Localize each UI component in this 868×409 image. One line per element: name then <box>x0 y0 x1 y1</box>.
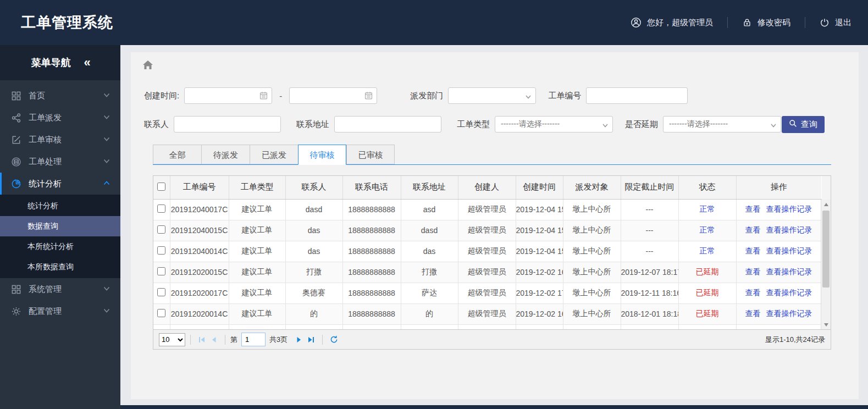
row-checkbox[interactable] <box>157 246 165 255</box>
view-log-link[interactable]: 查看操作记录 <box>766 204 812 213</box>
submenu-item-3[interactable]: 本所数据查询 <box>0 257 120 277</box>
submenu-item-1[interactable]: 数据查询 <box>0 216 120 236</box>
current-page-input[interactable] <box>241 333 266 346</box>
cell-creator: 超级管理员 <box>458 199 516 220</box>
view-link[interactable]: 查看 <box>745 309 761 318</box>
calendar-icon[interactable] <box>259 91 268 102</box>
pie-icon <box>11 179 21 189</box>
row-checkbox[interactable] <box>157 309 165 317</box>
sidebar-item-0[interactable]: 首页 <box>0 85 120 107</box>
table-row: 201912040017C建议工单dasd18888888888asd超级管理员… <box>153 199 821 220</box>
pager-divider <box>190 335 191 345</box>
page-size-select[interactable]: 10 <box>159 333 185 346</box>
refresh-button[interactable] <box>328 334 340 346</box>
select-all-checkbox[interactable] <box>157 183 165 191</box>
status-badge: 正常 <box>678 199 736 220</box>
delay-select[interactable]: -------请选择------- <box>663 116 781 132</box>
search-button[interactable]: 查询 <box>782 116 825 133</box>
orders-table-area: 工单编号工单类型联系人联系电话联系地址创建人创建时间派发对象限定截止时间状态操作… <box>153 175 831 330</box>
cell-type: 建议工单 <box>229 303 285 324</box>
column-header-7: 派发对象 <box>563 176 621 199</box>
sidebar-item-3[interactable]: 工单处理 <box>0 151 120 173</box>
view-log-link[interactable]: 查看操作记录 <box>766 288 812 297</box>
app-title: 工单管理系统 <box>21 13 113 32</box>
user-greeting[interactable]: 您好，超级管理员 <box>631 17 713 28</box>
last-page-button[interactable] <box>305 334 317 346</box>
sidebar-item-1[interactable]: 工单派发 <box>0 107 120 129</box>
scroll-down-button[interactable] <box>821 320 831 329</box>
tab-4[interactable]: 已审核 <box>346 145 395 164</box>
next-page-button[interactable] <box>293 334 305 346</box>
pager-divider <box>225 335 225 345</box>
submenu-item-0[interactable]: 统计分析 <box>0 196 120 216</box>
home-icon[interactable] <box>142 59 154 73</box>
cell-created: 2019-12-02 16: <box>516 262 563 283</box>
table-scrollbar[interactable] <box>821 200 831 329</box>
change-password-button[interactable]: 修改密码 <box>742 18 790 28</box>
view-link[interactable]: 查看 <box>745 288 761 297</box>
order-no-label: 工单编号 <box>548 91 581 101</box>
row-checkbox[interactable] <box>157 204 165 213</box>
sidebar-item-6[interactable]: 配置管理 <box>0 300 120 322</box>
cell-target: 墩上中心所 <box>563 303 621 324</box>
delay-label: 是否延期 <box>625 119 658 130</box>
cell-phone: 18888888888 <box>342 199 401 220</box>
scrollbar-thumb[interactable] <box>822 211 830 288</box>
status-badge: 正常 <box>678 241 736 262</box>
created-from-field <box>184 87 272 104</box>
calendar-icon[interactable] <box>364 91 373 102</box>
address-input[interactable] <box>334 116 441 132</box>
tab-0[interactable]: 全部 <box>153 145 201 164</box>
cell-address: 萨达 <box>401 283 458 303</box>
created-time-label: 创建时间: <box>144 91 179 101</box>
view-link[interactable]: 查看 <box>745 204 761 213</box>
column-header-9: 状态 <box>678 176 736 199</box>
row-checkbox[interactable] <box>157 288 165 296</box>
view-link[interactable]: 查看 <box>745 246 761 255</box>
column-header-3: 联系电话 <box>342 176 401 199</box>
table-row: 201912020014C建议工单的18888888888的超级管理员2019-… <box>153 303 821 324</box>
column-header-1: 工单类型 <box>229 176 285 199</box>
tab-3[interactable]: 待审核 <box>298 145 346 165</box>
tab-2[interactable]: 已派发 <box>250 145 298 164</box>
column-header-0: 工单编号 <box>170 176 229 199</box>
cell-target: 墩上中心所 <box>563 199 621 220</box>
cell-phone: 18888888888 <box>342 303 401 324</box>
collapse-sidebar-button[interactable]: « <box>84 56 89 70</box>
column-header-2: 联系人 <box>285 176 342 199</box>
sidebar-item-2[interactable]: 工单审核 <box>0 129 120 151</box>
sidebar-item-4[interactable]: 统计分析 <box>0 173 120 195</box>
order-type-select[interactable]: -------请选择------- <box>495 116 613 132</box>
cell-contact: das <box>285 220 342 241</box>
cell-target: 墩上中心所 <box>563 241 621 262</box>
cell-type: 建议工单 <box>229 262 285 283</box>
cell-deadline: --- <box>621 241 678 262</box>
logout-button[interactable]: 退出 <box>820 18 852 28</box>
chevron-up-icon <box>103 179 110 189</box>
share-icon <box>11 113 21 123</box>
first-page-button[interactable] <box>196 334 208 346</box>
cell-type: 建议工单 <box>229 283 285 303</box>
dispatch-dept-select[interactable] <box>448 87 536 104</box>
row-select-cell <box>153 324 170 330</box>
row-checkbox[interactable] <box>157 267 165 275</box>
cell-phone: 18888888888 <box>342 241 401 262</box>
view-link[interactable]: 查看 <box>745 267 761 276</box>
view-log-link[interactable]: 查看操作记录 <box>766 267 812 276</box>
prev-page-button[interactable] <box>208 334 220 346</box>
view-log-link[interactable]: 查看操作记录 <box>766 309 812 318</box>
database-icon <box>11 157 21 167</box>
sidebar-item-5[interactable]: 系统管理 <box>0 278 120 300</box>
column-header-5: 创建人 <box>458 176 516 199</box>
scroll-up-button[interactable] <box>821 200 831 209</box>
view-log-link[interactable]: 查看操作记录 <box>766 225 812 234</box>
chevron-down-icon <box>103 285 110 294</box>
order-no-input[interactable] <box>586 87 688 104</box>
view-link[interactable]: 查看 <box>745 225 761 234</box>
submenu-item-2[interactable]: 本所统计分析 <box>0 236 120 257</box>
contact-input[interactable] <box>174 116 281 132</box>
tab-1[interactable]: 待派发 <box>201 145 250 164</box>
view-log-link[interactable]: 查看操作记录 <box>766 246 812 255</box>
record-summary: 显示1-10,共24记录 <box>765 335 825 345</box>
row-checkbox[interactable] <box>157 225 165 234</box>
